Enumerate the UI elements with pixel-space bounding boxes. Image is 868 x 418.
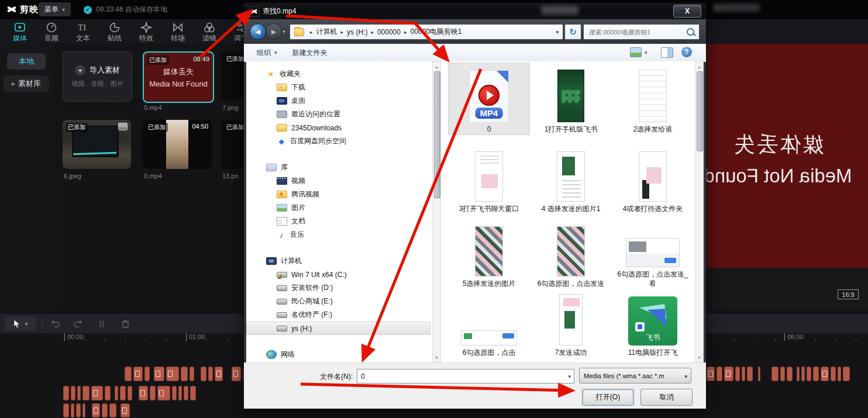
close-button[interactable]: X (673, 5, 701, 18)
timeline-clip[interactable] (735, 367, 740, 381)
tree-item-baidu-sync[interactable]: ◆百度网盘同步空间 (246, 134, 430, 148)
sidebar-item-local[interactable]: 本地 (7, 53, 46, 70)
tree-item-music[interactable]: ♪音乐 (246, 228, 430, 241)
tree-item-pictures[interactable]: 图片 (246, 201, 430, 215)
dialog-titlebar[interactable]: 查找0.mp4 X (244, 3, 706, 19)
scroll-up-icon[interactable]: ▲ (696, 63, 702, 71)
timeline-clip[interactable] (807, 367, 811, 381)
organize-button[interactable]: 组织 ▾ (257, 48, 277, 58)
scrollbar-thumb[interactable] (697, 71, 703, 151)
timeline-clip[interactable] (771, 367, 779, 381)
timeline-clip[interactable] (801, 367, 805, 381)
timeline-clip[interactable] (77, 386, 81, 400)
aspect-ratio-badge[interactable]: 16:9 (838, 289, 859, 299)
tree-item-favorites[interactable]: ★收藏夹 (246, 67, 430, 81)
file-item[interactable]: 2选择发给谁 (612, 63, 694, 135)
file-item[interactable]: 4 选择发送的图片1 (530, 135, 612, 215)
tree-scrollbar[interactable]: ▲ ▼ (432, 61, 441, 362)
scrollbar-thumb[interactable] (434, 71, 440, 198)
timeline-clip[interactable] (120, 403, 130, 417)
split-button[interactable] (95, 317, 109, 331)
timeline-clip[interactable] (63, 403, 69, 417)
menu-button[interactable]: 菜单 ▾ (39, 2, 71, 16)
tree-item-libraries[interactable]: 库 (246, 161, 430, 174)
help-button[interactable]: ? (681, 47, 692, 57)
back-button[interactable]: ◀ (250, 23, 266, 40)
timeline-clip[interactable] (178, 386, 182, 400)
scroll-up-icon[interactable]: ▲ (433, 63, 440, 71)
breadcrumb-current-folder[interactable]: 00000电脑剪映1 (409, 27, 463, 37)
tree-item-drive-e[interactable]: 民心商城 (E:) (246, 295, 430, 308)
tree-item-computer[interactable]: 计算机 (246, 254, 430, 268)
undo-button[interactable] (48, 317, 62, 331)
timeline-clip[interactable] (747, 367, 753, 381)
redo-button[interactable] (71, 317, 85, 331)
timeline-clip[interactable] (742, 367, 745, 381)
change-view-button[interactable]: ▾ (630, 47, 647, 57)
nav-item-sticker[interactable]: 贴纸 (99, 21, 130, 43)
timeline-clip[interactable] (813, 367, 819, 381)
timeline-clip[interactable] (707, 367, 715, 381)
timeline-clip[interactable] (82, 386, 89, 400)
timeline-clip[interactable] (758, 367, 760, 381)
timeline-clip[interactable] (843, 367, 850, 381)
timeline-clip[interactable] (166, 367, 179, 381)
timeline-clip[interactable] (831, 367, 836, 381)
preview-pane-button[interactable] (661, 47, 673, 58)
nav-item-transition[interactable]: 转场 (163, 21, 193, 43)
timeline-clip[interactable] (128, 386, 132, 400)
open-button[interactable]: 打开(O) (582, 389, 634, 406)
tree-item-desktop[interactable]: 桌面 (246, 94, 430, 108)
new-folder-button[interactable]: 新建文件夹 (292, 48, 328, 58)
select-tool-button[interactable]: ▾ (5, 317, 36, 331)
timeline-clip[interactable] (190, 367, 194, 381)
tree-item-tencent-video[interactable]: 腾讯视频 (246, 188, 430, 201)
timeline-clip[interactable] (184, 386, 188, 400)
chevron-down-icon[interactable]: ▾ (568, 374, 571, 379)
tree-item-drive-f[interactable]: 名优特产 (F:) (246, 308, 430, 322)
timeline-clip[interactable] (821, 367, 829, 381)
tree-item-documents[interactable]: 文档 (246, 215, 430, 228)
breadcrumb-drive[interactable]: ys (H:) (346, 28, 368, 36)
tree-item-downloads[interactable]: 下载 (246, 81, 430, 94)
timeline-clip[interactable] (133, 367, 143, 381)
timeline-clip[interactable] (105, 386, 111, 400)
timeline-clip[interactable] (144, 367, 150, 381)
timeline-clip[interactable] (71, 403, 74, 417)
import-media-card[interactable]: + 导入素材 视频、音频、图片 (63, 51, 132, 102)
timeline-clip[interactable] (102, 403, 108, 417)
nav-item-effects[interactable]: 特效 (131, 21, 161, 43)
tree-item-recent-places[interactable]: 最近访问的位置 (246, 108, 430, 121)
timeline-clip[interactable] (115, 386, 118, 400)
timeline-clip[interactable] (82, 403, 85, 417)
tree-item-network[interactable]: 网络 (246, 348, 430, 361)
breadcrumb-computer[interactable]: 计算机 (315, 27, 339, 37)
timeline-clip[interactable] (787, 367, 793, 381)
nav-item-text[interactable]: TI文本 (68, 21, 98, 43)
timeline-clip[interactable] (63, 386, 69, 400)
timeline-clip[interactable] (172, 386, 177, 400)
tree-item-2345downloads[interactable]: 2345Downloads (246, 121, 430, 134)
tree-item-drive-c[interactable]: Win 7 Ult x64 (C:) (246, 268, 430, 281)
forward-button[interactable]: ▶ (266, 23, 282, 40)
media-item[interactable]: 已添加 04:50 (143, 120, 212, 169)
file-item[interactable]: 6勾选原图，点击 (448, 289, 530, 358)
timeline-clip[interactable] (71, 386, 75, 400)
nav-item-filter[interactable]: 滤镜 (194, 21, 225, 43)
timeline-clip[interactable] (139, 386, 148, 400)
timeline-clip[interactable] (92, 403, 100, 417)
refresh-button[interactable]: ↻ (564, 24, 581, 40)
timeline-clip[interactable] (125, 367, 132, 381)
timeline-clip[interactable] (120, 386, 126, 400)
list-scrollbar[interactable]: ▲ ▼ (695, 61, 704, 362)
file-item[interactable]: 3打开飞书聊天窗口 (448, 135, 530, 215)
scroll-down-icon[interactable]: ▼ (433, 353, 440, 361)
file-item[interactable]: 1打开手机版飞书 (530, 63, 612, 135)
scroll-down-icon[interactable]: ▼ (696, 353, 702, 361)
file-item[interactable]: 4或者打待选文件夹 (612, 135, 694, 215)
media-item-missing[interactable]: 已添加 08:49 媒体丢失 Media Not Found (143, 51, 214, 103)
file-item[interactable]: 5选择发送的图片 (448, 215, 530, 289)
timeline-clip[interactable] (208, 367, 213, 381)
timeline-clip[interactable] (717, 367, 722, 381)
sidebar-item-material-library[interactable]: ▶ 素材库 (4, 75, 49, 92)
